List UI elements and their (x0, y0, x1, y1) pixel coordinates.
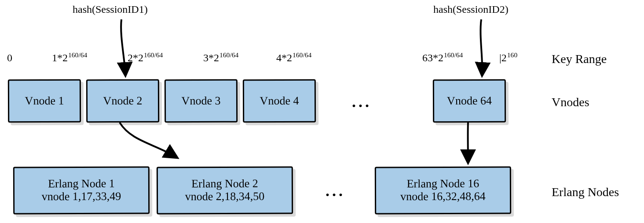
vnode-box-3: Vnode 3 (165, 79, 238, 123)
erlang-node-title: Erlang Node 16 (407, 178, 479, 190)
hash-label-1: hash(SessionID1) (73, 4, 148, 15)
key-tick-3: 3*2160/64 (203, 52, 238, 63)
erlang-node-title: Erlang Node 2 (191, 178, 258, 190)
erlang-node-sub: vnode 2,18,34,50 (185, 190, 265, 203)
vnode-label: Vnode 1 (25, 95, 64, 108)
key-tick-2: 2*2160/64 (128, 52, 163, 63)
ellipsis-erlang: ... (326, 182, 345, 200)
erlang-node-16: Erlang Node 16 vnode 16,32,48,64 (375, 166, 511, 214)
row-heading-erlang: Erlang Nodes (552, 185, 619, 199)
vnode-label: Vnode 3 (182, 95, 221, 108)
ellipsis-vnodes: ... (352, 93, 372, 111)
erlang-node-sub: vnode 16,32,48,64 (400, 190, 486, 203)
vnode-label: Vnode 4 (260, 95, 299, 108)
key-tick-4: 4*2160/64 (276, 52, 311, 63)
vnode-box-2: Vnode 2 (86, 79, 159, 123)
key-tick-max: |2160 (499, 52, 517, 63)
key-tick-1: 1*2160/64 (52, 52, 87, 63)
arrow-hash2-to-vnode64 (480, 19, 482, 74)
vnode-box-1: Vnode 1 (8, 79, 81, 123)
arrow-vnode2-to-erlang2 (120, 123, 176, 157)
key-tick-63: 63*2160/64 (422, 52, 463, 63)
erlang-node-sub: vnode 1,17,33,49 (42, 190, 121, 203)
vnode-label: Vnode 2 (103, 95, 143, 108)
vnode-label: Vnode 64 (447, 95, 492, 108)
erlang-node-2: Erlang Node 2 vnode 2,18,34,50 (157, 166, 293, 214)
row-heading-keyrange: Key Range (552, 52, 607, 66)
arrow-hash1-to-vnode2 (121, 19, 125, 74)
vnode-box-64: Vnode 64 (433, 79, 506, 123)
row-heading-vnodes: Vnodes (552, 95, 589, 109)
vnode-box-4: Vnode 4 (243, 79, 316, 123)
hash-label-2: hash(SessionID2) (433, 4, 509, 15)
key-tick-0: 0 (7, 52, 12, 63)
diagram-stage: hash(SessionID1) hash(SessionID2) 0 1*21… (0, 0, 644, 223)
erlang-node-title: Erlang Node 1 (48, 178, 115, 190)
erlang-node-1: Erlang Node 1 vnode 1,17,33,49 (13, 166, 150, 214)
